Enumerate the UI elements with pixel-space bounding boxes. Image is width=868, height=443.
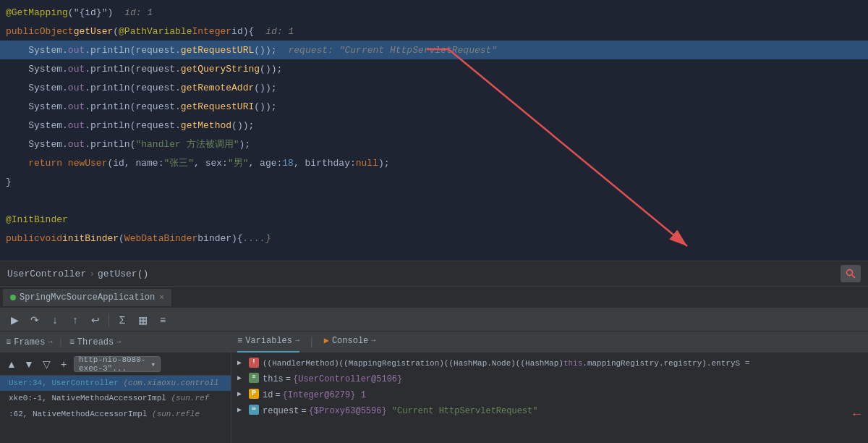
variables-pin: → xyxy=(295,337,299,345)
expand-this[interactable]: ▶ xyxy=(237,373,246,384)
var-name-request: request xyxy=(263,405,299,418)
toolbar-btn-watch[interactable]: ▦ xyxy=(134,311,151,329)
panel-sep: | xyxy=(58,337,63,347)
svg-point-1 xyxy=(847,270,853,276)
variables-list: ▶ ! ((HandlerMethod)((MappingRegistratio… xyxy=(231,353,868,443)
thread-add-btn[interactable]: + xyxy=(56,357,71,371)
thread-name: http-nio-8080-exec-3"... xyxy=(79,355,148,373)
toolbar-separator xyxy=(109,313,109,326)
chevron-down-icon: ▾ xyxy=(150,360,156,369)
frames-label: Frames xyxy=(14,337,45,347)
frames-icon: ≡ xyxy=(6,337,11,347)
variables-icon: ≡ xyxy=(237,336,242,346)
toolbar-btn-step-out[interactable]: ↑ xyxy=(67,311,84,329)
var-name-this: this xyxy=(263,373,284,386)
tab-label: SpringMvcSourceApplication xyxy=(20,292,155,303)
code-line-13: public void initBinder ( WebDataBinder b… xyxy=(0,229,868,248)
breadcrumb-method: getUser() xyxy=(98,269,148,279)
tab-console[interactable]: ▶ Console → xyxy=(324,332,376,353)
right-panel: ≡ Variables → | ▶ Console → ▶ ! ((Handle… xyxy=(231,332,868,443)
frames-panel: ≡ Frames → | ≡ Threads → ▲ ▼ ▽ + http-ni… xyxy=(0,332,231,443)
toolbar-btn-more[interactable]: ≡ xyxy=(154,311,171,329)
breadcrumb-class: UserController xyxy=(7,269,86,279)
threads-label: Threads xyxy=(77,337,114,347)
tab-close-button[interactable]: × xyxy=(159,293,164,302)
expand-error[interactable]: ▶ xyxy=(237,358,246,368)
frames-panel-header: ≡ Frames → | ≡ Threads → xyxy=(0,332,231,353)
code-line-9: return new User (id, name: "张三" , sex: "… xyxy=(0,153,868,172)
code-line-12: @InitBinder xyxy=(0,210,868,229)
frame-item-0[interactable]: User:34, UserController (com.xiaoxu.cont… xyxy=(0,376,231,391)
code-line-10: } xyxy=(0,172,868,191)
var-row-error: ▶ ! ((HandlerMethod)((MappingRegistratio… xyxy=(231,356,868,371)
red-arrow-right: ← xyxy=(853,405,861,424)
thread-down-btn[interactable]: ▼ xyxy=(22,357,36,371)
var-row-request: ▶ ∞ request = {$Proxy63@5596} "Current H… xyxy=(231,403,868,419)
threads-icon: ≡ xyxy=(69,337,75,347)
breadcrumb-separator: › xyxy=(89,269,95,279)
tab-variables[interactable]: ≡ Variables → xyxy=(237,332,299,353)
var-name-id: id xyxy=(263,389,273,402)
frame-item-1[interactable]: xke0:-1, NativeMethodAccessorImpl (sun.r… xyxy=(0,391,231,406)
threads-pin: → xyxy=(116,338,121,346)
code-editor: @GetMapping("{id}") id: 1 public Object … xyxy=(0,0,868,261)
console-icon: ▶ xyxy=(324,335,329,346)
breadcrumb-bar: UserController › getUser() xyxy=(0,261,868,287)
expand-request[interactable]: ▶ xyxy=(237,405,246,415)
code-line-4: System. out .println(request. getQuerySt… xyxy=(0,59,868,78)
tab-bar: SpringMvcSourceApplication × xyxy=(0,287,868,308)
variables-label: Variables xyxy=(245,336,292,346)
svg-line-2 xyxy=(852,275,855,278)
frame-item-2[interactable]: :62, NativeMethodAccessorImpl (sun.refle xyxy=(0,407,231,422)
var-row-this: ▶ ≡ this = {UserController@5106} xyxy=(231,371,868,387)
frames-label-area: ≡ Frames → xyxy=(6,337,52,347)
var-error-text: ((HandlerMethod)((MappingRegistration)((… xyxy=(263,358,749,370)
var-icon-error: ! xyxy=(249,358,259,368)
toolbar-btn-evaluate[interactable]: Σ xyxy=(114,311,131,329)
console-pin: → xyxy=(371,337,375,345)
search-icon xyxy=(846,269,856,279)
right-panel-tabs: ≡ Variables → | ▶ Console → xyxy=(231,332,868,353)
toolbar-btn-run-to-cursor[interactable]: ↩ xyxy=(87,311,104,329)
thread-selector-row: ▲ ▼ ▽ + http-nio-8080-exec-3"... ▾ xyxy=(0,353,231,376)
var-icon-id: P xyxy=(249,389,259,399)
toolbar: ▶ ↷ ↓ ↑ ↩ Σ ▦ ≡ xyxy=(0,308,868,332)
var-value-this: {UserController@5106} xyxy=(293,373,402,386)
toolbar-btn-resume[interactable]: ▶ xyxy=(6,311,23,329)
thread-up-btn[interactable]: ▲ xyxy=(4,357,19,371)
toolbar-btn-step-over[interactable]: ↷ xyxy=(26,311,43,329)
tab-status-dot xyxy=(10,295,16,300)
var-row-id: ▶ P id = {Integer@6279} 1 xyxy=(231,387,868,403)
code-line-11 xyxy=(0,191,868,210)
code-line-7: System. out .println(request. getMethod … xyxy=(0,116,868,135)
expand-id[interactable]: ▶ xyxy=(237,389,246,400)
tab-springmvc[interactable]: SpringMvcSourceApplication × xyxy=(3,289,171,306)
code-line-2: public Object getUser ( @PathVariable In… xyxy=(0,22,868,41)
tab-sep: | xyxy=(308,336,315,349)
var-icon-this: ≡ xyxy=(249,373,259,383)
code-line-1: @GetMapping("{id}") id: 1 xyxy=(0,3,868,22)
thread-filter-btn[interactable]: ▽ xyxy=(39,357,54,371)
code-line-3: System. out .println(request. getRequest… xyxy=(0,41,868,59)
frames-pin: → xyxy=(48,338,52,346)
code-line-8: System. out .println( "handler 方法被调用" ); xyxy=(0,135,868,153)
code-line-5: System. out .println(request. getRemoteA… xyxy=(0,78,868,97)
console-label: Console xyxy=(332,336,368,346)
frames-list: User:34, UserController (com.xiaoxu.cont… xyxy=(0,376,231,443)
var-value-id: {Integer@6279} 1 xyxy=(283,389,366,402)
var-icon-request: ∞ xyxy=(249,405,259,415)
bottom-panel: ≡ Frames → | ≡ Threads → ▲ ▼ ▽ + http-ni… xyxy=(0,332,868,443)
var-value-request: {$Proxy63@5596} "Current HttpServletRequ… xyxy=(309,405,538,418)
toolbar-btn-step-into[interactable]: ↓ xyxy=(46,311,64,329)
thread-dropdown[interactable]: http-nio-8080-exec-3"... ▾ xyxy=(74,356,161,372)
code-line-6: System. out .println(request. getRequest… xyxy=(0,97,868,116)
search-button[interactable] xyxy=(841,265,861,282)
threads-label-area: ≡ Threads → xyxy=(69,337,122,347)
